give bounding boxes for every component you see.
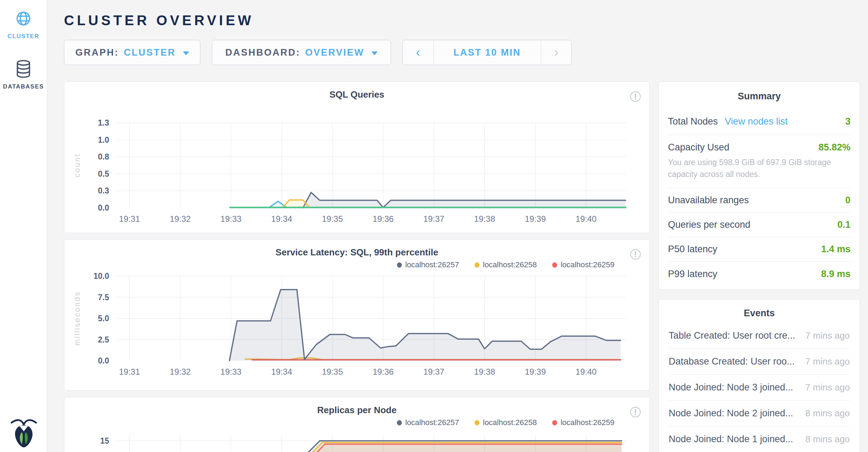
y-tick-label: 2.5 [98,335,109,344]
y-tick-label: 1.0 [98,135,109,144]
summary-label: Queries per second [668,219,750,230]
x-tick-label: 19:39 [525,367,546,376]
info-icon[interactable] [630,249,641,260]
y-tick-label: 0.0 [98,203,109,212]
legend-dot [397,420,402,425]
summary-title: Summary [668,91,851,102]
service-latency-chart: 19:3119:3219:3319:3419:3519:3619:3719:38… [64,273,650,383]
sidebar-item-cluster[interactable]: CLUSTER [0,0,47,40]
graph-dropdown-label: GRAPH: [76,47,119,58]
legend-item[interactable]: localhost:26258 [475,261,537,269]
summary-label: P99 latency [668,269,717,280]
series-area [283,200,310,208]
event-text: Node Joined: Node 3 joined... [669,382,793,393]
sidebar-item-databases[interactable]: DATABASES [0,59,47,90]
summary-row-p99-latency: P99 latency 8.9 ms [668,262,851,286]
event-time: 8 mins ago [805,434,850,445]
event-time: 7 mins ago [805,356,850,367]
dashboard-grid: SQL Queries 19:3119:3219:3319:3419:3519:… [64,82,860,452]
event-text: Table Created: User root cre... [669,330,795,341]
x-tick-label: 19:34 [271,367,292,376]
dashboard-dropdown-label: DASHBOARD: [225,47,300,58]
cockroach-bug-icon [9,417,38,449]
x-tick-label: 19:38 [474,367,495,376]
legend-item[interactable]: localhost:26257 [397,418,459,427]
y-tick-label: 10.0 [93,273,109,281]
event-row[interactable]: Node Joined: Node 1 joined... 8 mins ago [669,426,850,452]
legend-dot [552,262,557,268]
summary-value: 85.82% [818,142,851,153]
database-icon [14,59,33,78]
capacity-subtext: You are using 598.9 GiB of 697.9 GiB sto… [668,156,851,180]
view-nodes-list-link[interactable]: View nodes list [725,116,788,127]
legend-dot [397,262,402,268]
chevron-down-icon [183,51,189,55]
legend-item[interactable]: localhost:26259 [552,418,614,427]
event-time: 7 mins ago [805,330,850,341]
legend-label: localhost:26257 [405,418,459,427]
time-range-next-button[interactable]: › [541,40,571,65]
summary-row-capacity-used: Capacity Used 85.82% You are using 598.9… [668,135,851,188]
event-row[interactable]: Node Joined: Node 2 joined... 8 mins ago [669,401,850,426]
legend-label: localhost:26258 [483,260,537,269]
events-list: Table Created: User root cre... 7 mins a… [669,323,850,452]
time-range-label[interactable]: LAST 10 MIN [434,40,541,65]
events-panel: Events Table Created: User root cre... 7… [659,299,860,452]
y-tick-label: 15 [100,436,109,445]
legend-label: localhost:26259 [561,260,614,269]
x-tick-label: 19:35 [322,367,343,376]
chart-legend: localhost:26257localhost:26258localhost:… [64,418,614,427]
x-tick-label: 19:40 [576,214,597,224]
summary-value: 8.9 ms [821,269,851,280]
event-row[interactable]: Node Joined: Node 3 joined... 7 mins ago [669,375,850,401]
summary-value: 1.4 ms [821,244,851,255]
cockroach-logo[interactable] [0,417,47,450]
x-tick-label: 19:31 [119,214,140,224]
series-area [229,290,621,361]
y-tick-label: 1.3 [98,118,109,127]
summary-label: Total Nodes [668,116,718,127]
legend-item[interactable]: localhost:26258 [475,418,537,427]
x-tick-label: 19:34 [271,214,292,224]
info-icon[interactable] [630,407,641,418]
x-tick-label: 19:31 [119,367,140,376]
event-time: 7 mins ago [805,382,850,393]
sql-queries-chart: 19:3119:3219:3319:3419:3519:3619:3719:38… [64,105,650,227]
legend-label: localhost:26259 [561,418,614,427]
dashboard-dropdown[interactable]: DASHBOARD: OVERVIEW [212,40,391,65]
time-range-prev-button[interactable]: ‹ [403,40,434,65]
toolbar: GRAPH: CLUSTER DASHBOARD: OVERVIEW ‹ LAS… [64,40,860,65]
summary-row-p50-latency: P50 latency 1.4 ms [668,237,851,262]
y-tick-label: 0.8 [98,152,109,161]
y-axis-label: milliseconds [73,291,81,346]
graph-dropdown-value: CLUSTER [124,47,176,58]
info-icon[interactable] [630,91,641,102]
graph-dropdown[interactable]: GRAPH: CLUSTER [64,40,200,65]
dashboard-dropdown-value: OVERVIEW [305,47,364,58]
event-row[interactable]: Database Created: User roo... 7 mins ago [669,349,850,375]
sidebar-item-label: CLUSTER [0,33,47,40]
legend-dot [475,262,479,268]
x-tick-label: 19:33 [220,367,241,376]
sql-queries-panel: SQL Queries 19:3119:3219:3319:3419:3519:… [64,82,650,233]
y-axis-label: count [73,153,81,177]
x-tick-label: 19:35 [322,214,343,224]
chart-title: SQL Queries [64,89,649,100]
summary-label: Capacity Used [668,142,730,153]
chart-title: Replicas per Node [64,404,649,416]
summary-label: Unavailable ranges [668,195,749,206]
chevron-down-icon [371,51,378,55]
legend-item[interactable]: localhost:26257 [397,261,459,269]
x-tick-label: 19:36 [373,214,394,224]
x-tick-label: 19:33 [220,214,241,224]
summary-value: 0 [845,195,851,206]
x-tick-label: 19:37 [424,214,444,224]
events-title: Events [669,308,850,319]
summary-label: P50 latency [668,244,717,255]
legend-item[interactable]: localhost:26259 [552,261,614,269]
event-text: Node Joined: Node 2 joined... [669,408,793,419]
legend-label: localhost:26257 [405,260,459,269]
event-row[interactable]: Table Created: User root cre... 7 mins a… [669,323,850,349]
y-tick-label: 0.5 [98,169,109,178]
x-tick-label: 19:38 [474,214,495,224]
